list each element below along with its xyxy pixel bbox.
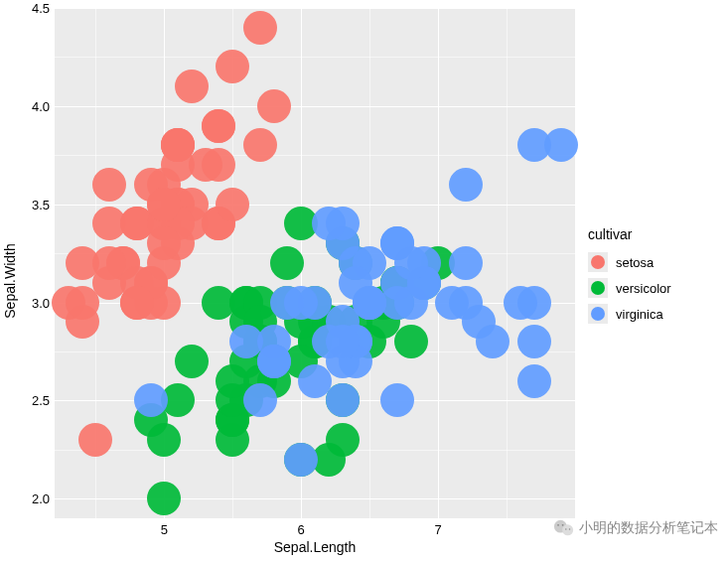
data-point bbox=[449, 246, 483, 280]
legend-title: cultivar bbox=[588, 226, 671, 242]
legend-label: virginica bbox=[616, 307, 663, 322]
data-point bbox=[353, 286, 386, 320]
data-point bbox=[517, 364, 551, 398]
legend-swatch bbox=[588, 304, 608, 324]
data-point bbox=[326, 383, 360, 417]
data-point bbox=[270, 286, 304, 320]
data-point bbox=[92, 168, 126, 202]
y-tick-label: 3.5 bbox=[32, 197, 50, 211]
data-point bbox=[380, 226, 414, 260]
data-point bbox=[147, 226, 181, 260]
data-point bbox=[449, 286, 483, 320]
y-tick-label: 3.0 bbox=[32, 295, 50, 310]
data-point bbox=[270, 246, 304, 280]
data-point bbox=[120, 286, 154, 320]
data-point bbox=[326, 325, 360, 358]
x-tick-label: 5 bbox=[161, 522, 168, 537]
svg-point-4 bbox=[565, 528, 566, 529]
data-point bbox=[175, 345, 209, 378]
svg-point-5 bbox=[569, 528, 570, 529]
data-point bbox=[175, 70, 209, 103]
wechat-icon bbox=[553, 517, 575, 539]
data-point bbox=[257, 89, 291, 123]
data-point bbox=[476, 325, 510, 358]
svg-point-2 bbox=[557, 524, 559, 526]
data-point bbox=[243, 383, 277, 417]
data-point bbox=[147, 188, 181, 221]
legend: cultivar setosaversicolorvirginica bbox=[588, 226, 671, 330]
legend-swatch bbox=[588, 278, 608, 298]
watermark: 小明的数据分析笔记本 bbox=[553, 517, 718, 539]
data-point bbox=[312, 207, 346, 240]
y-axis-title: Sepal.Width bbox=[2, 243, 18, 318]
data-point bbox=[326, 423, 360, 457]
legend-dot-icon bbox=[591, 255, 605, 269]
data-point bbox=[449, 168, 483, 202]
data-point bbox=[147, 482, 181, 515]
svg-point-3 bbox=[562, 524, 564, 526]
data-point bbox=[243, 11, 277, 45]
data-point bbox=[243, 128, 277, 162]
plot-area bbox=[55, 8, 575, 518]
data-point bbox=[216, 188, 249, 221]
data-point bbox=[66, 286, 99, 320]
svg-point-1 bbox=[562, 524, 573, 535]
data-point bbox=[189, 148, 222, 182]
legend-item: versicolor bbox=[588, 278, 671, 298]
y-tick-label: 4.5 bbox=[32, 1, 50, 16]
y-tick-label: 2.0 bbox=[32, 491, 50, 506]
data-point bbox=[257, 345, 291, 378]
legend-item: virginica bbox=[588, 304, 671, 324]
legend-dot-icon bbox=[591, 307, 605, 321]
data-point bbox=[147, 423, 181, 457]
legend-swatch bbox=[588, 252, 608, 272]
y-tick-label: 4.0 bbox=[32, 98, 50, 113]
legend-label: setosa bbox=[616, 255, 654, 270]
legend-items: setosaversicolorvirginica bbox=[588, 252, 671, 324]
data-point bbox=[517, 325, 551, 358]
data-point bbox=[284, 443, 318, 477]
legend-dot-icon bbox=[591, 281, 605, 295]
data-point bbox=[134, 383, 168, 417]
data-point bbox=[92, 246, 126, 280]
data-point bbox=[544, 128, 578, 162]
data-point bbox=[394, 325, 428, 358]
y-axis-ticks: 2.02.53.03.54.04.5 bbox=[20, 0, 50, 561]
data-point bbox=[380, 383, 414, 417]
legend-item: setosa bbox=[588, 252, 671, 272]
data-point bbox=[78, 423, 112, 457]
x-tick-label: 6 bbox=[298, 522, 305, 537]
data-point bbox=[216, 50, 249, 83]
x-axis-title: Sepal.Length bbox=[274, 539, 357, 555]
y-tick-label: 2.5 bbox=[32, 393, 50, 408]
watermark-text: 小明的数据分析笔记本 bbox=[579, 519, 718, 537]
scatter-chart: Sepal.Width 2.02.53.03.54.04.5 567 Sepal… bbox=[0, 0, 728, 561]
legend-label: versicolor bbox=[616, 281, 671, 296]
data-point bbox=[202, 109, 235, 143]
x-tick-label: 7 bbox=[434, 522, 441, 537]
data-point bbox=[517, 286, 551, 320]
